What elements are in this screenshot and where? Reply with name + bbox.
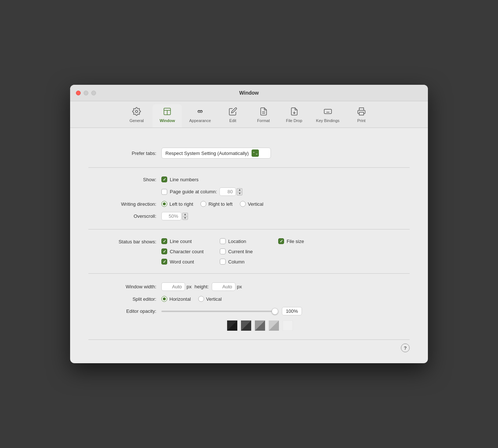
print-icon	[357, 107, 366, 117]
file-size-checkbox[interactable]	[278, 238, 284, 244]
tab-keybindings[interactable]: Key Bindings	[310, 104, 345, 128]
writing-direction-row: Writing direction: Left to right Right t…	[88, 201, 410, 207]
radio-rtl[interactable]	[200, 201, 206, 207]
maximize-button[interactable]	[91, 91, 96, 95]
tab-filedrop[interactable]: File Drop	[280, 104, 309, 128]
radio-split-vertical-label: Vertical	[206, 296, 222, 302]
prefer-tabs-section: Prefer tabs: Respect System Setting (Aut…	[88, 139, 410, 168]
line-count-checkbox[interactable]	[161, 238, 167, 244]
tab-print[interactable]: Print	[347, 104, 376, 128]
status-bar-section: Status bar shows: Line count Location Fi…	[88, 229, 410, 274]
window-size-section: Window width: px height: px Split editor…	[88, 274, 410, 340]
tab-keybindings-label: Key Bindings	[316, 118, 340, 123]
overscroll-stepper-down[interactable]: ▼	[182, 216, 188, 220]
file-size-wrap[interactable]: File size	[278, 238, 329, 244]
window-width-input[interactable]	[161, 282, 185, 291]
writing-direction-rtl[interactable]: Right to left	[200, 201, 233, 207]
svg-rect-10	[359, 112, 364, 115]
swatch-white[interactable]	[283, 320, 293, 331]
slider-wrap: 100%	[161, 307, 302, 315]
help-button[interactable]: ?	[401, 343, 410, 352]
writing-direction-label: Writing direction:	[88, 201, 161, 207]
swatch-full-dark[interactable]	[227, 320, 237, 331]
line-count-wrap[interactable]: Line count	[161, 238, 220, 244]
current-line-wrap[interactable]: Current line	[220, 248, 278, 254]
tab-edit[interactable]: Edit	[218, 104, 248, 128]
px2-label: px	[237, 284, 242, 289]
prefer-tabs-dropdown[interactable]: Respect System Setting (Automatically) ⌃…	[161, 148, 271, 159]
show-label: Show:	[88, 177, 161, 182]
line-numbers-checkbox-wrap[interactable]: Line numbers	[161, 176, 199, 182]
appearance-icon	[196, 107, 204, 117]
line-numbers-checkbox[interactable]	[161, 176, 167, 182]
location-checkbox[interactable]	[220, 238, 226, 244]
page-guide-checkbox[interactable]	[161, 189, 167, 195]
swatch-dark[interactable]	[241, 320, 251, 331]
character-count-wrap[interactable]: Character count	[161, 248, 220, 254]
prefer-tabs-value: Respect System Setting (Automatically)	[165, 151, 249, 156]
radio-vertical[interactable]	[240, 201, 246, 207]
overscroll-stepper-up[interactable]: ▲	[182, 213, 188, 216]
window-title: Window	[239, 90, 259, 96]
svg-point-0	[135, 110, 138, 113]
prefer-tabs-row: Prefer tabs: Respect System Setting (Aut…	[88, 148, 410, 159]
title-bar: Window	[70, 85, 428, 101]
column-wrap[interactable]: Column	[220, 259, 278, 265]
stepper-down[interactable]: ▼	[237, 192, 242, 195]
radio-ltr[interactable]	[161, 201, 167, 207]
tab-format[interactable]: Format	[249, 104, 278, 128]
traffic-lights	[76, 91, 96, 95]
toolbar: General Window Appearance	[70, 101, 428, 128]
overscroll-label: Overscroll:	[88, 213, 161, 219]
tab-window[interactable]: Window	[153, 104, 182, 128]
swatch-light[interactable]	[269, 320, 279, 331]
prefer-tabs-label: Prefer tabs:	[88, 151, 161, 156]
show-section: Show: Line numbers Page guide at column:…	[88, 168, 410, 229]
swatch-medium[interactable]	[255, 320, 265, 331]
tab-window-label: Window	[160, 118, 175, 123]
close-button[interactable]	[76, 91, 81, 95]
dropdown-arrow-icon: ⌃⌄	[252, 149, 259, 157]
page-guide-input[interactable]	[219, 187, 236, 196]
radio-horizontal[interactable]	[161, 296, 167, 302]
split-horizontal[interactable]: Horizontal	[161, 296, 191, 302]
stepper-up[interactable]: ▲	[237, 188, 242, 192]
format-icon	[259, 107, 268, 117]
location-label: Location	[228, 239, 246, 244]
page-guide-checkbox-wrap[interactable]: Page guide at column: ▲ ▼	[161, 187, 242, 196]
writing-direction-vertical[interactable]: Vertical	[240, 201, 264, 207]
writing-direction-ltr[interactable]: Left to right	[161, 201, 193, 207]
page-guide-label: Page guide at column:	[170, 189, 217, 194]
opacity-slider[interactable]	[161, 311, 278, 312]
tab-appearance[interactable]: Appearance	[183, 104, 217, 128]
character-count-label: Character count	[170, 249, 204, 254]
svg-rect-19	[283, 320, 293, 331]
word-count-checkbox[interactable]	[161, 259, 167, 265]
page-guide-row: Page guide at column: ▲ ▼	[88, 187, 410, 196]
tab-general[interactable]: General	[122, 104, 151, 128]
word-count-label: Word count	[170, 259, 194, 265]
split-vertical[interactable]: Vertical	[198, 296, 222, 302]
window-width-label: Window width:	[88, 284, 161, 289]
tab-general-label: General	[130, 118, 144, 123]
status-bar-grid: Line count Location File size Character …	[161, 238, 329, 265]
word-count-wrap[interactable]: Word count	[161, 259, 220, 265]
overscroll-stepper: ▲ ▼	[182, 213, 188, 220]
keybindings-icon	[323, 107, 332, 117]
px1-label: px	[187, 284, 192, 289]
character-count-checkbox[interactable]	[161, 248, 167, 254]
location-wrap[interactable]: Location	[220, 238, 278, 244]
window-icon	[163, 107, 172, 117]
current-line-checkbox[interactable]	[220, 248, 226, 254]
window-height-input[interactable]	[212, 282, 235, 291]
radio-rtl-label: Right to left	[208, 201, 233, 207]
tab-edit-label: Edit	[229, 118, 236, 123]
line-count-label: Line count	[170, 239, 192, 244]
minimize-button[interactable]	[84, 91, 88, 95]
corner-swatches	[227, 320, 410, 331]
overscroll-input[interactable]	[161, 212, 181, 220]
column-checkbox[interactable]	[220, 259, 226, 265]
page-guide-input-wrap: ▲ ▼	[219, 187, 242, 196]
radio-split-vertical[interactable]	[198, 296, 204, 302]
split-editor-row: Split editor: Horizontal Vertical	[88, 296, 410, 302]
